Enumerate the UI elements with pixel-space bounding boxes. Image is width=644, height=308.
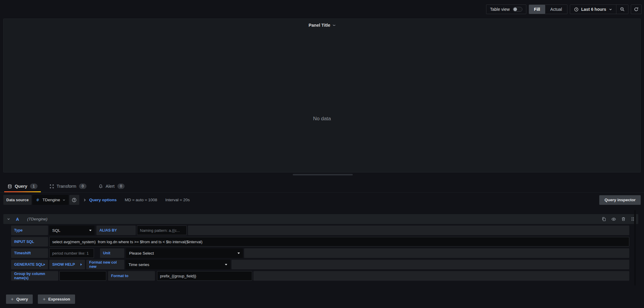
caret-right-icon — [44, 263, 45, 266]
fill-button[interactable]: Fill — [529, 5, 545, 14]
datasource-bar: Data source TDengine Query options MD = … — [3, 195, 641, 205]
plus-icon: + — [11, 297, 14, 302]
panel-header-menu[interactable]: Panel Title — [4, 21, 640, 29]
unit-select[interactable]: Please Select — [126, 248, 243, 258]
editor-toolbar: Table view Fill Actual Last 6 hours — [486, 4, 642, 14]
row-filler — [244, 248, 629, 258]
timeshift-input[interactable] — [49, 248, 94, 258]
group-by-label: Group by column name(s) — [11, 271, 58, 281]
clock-icon — [574, 7, 579, 12]
caret-down-icon — [89, 230, 92, 231]
chevron-down-icon — [62, 199, 65, 202]
add-query-button[interactable]: + Query — [6, 295, 33, 304]
time-zoom-out-button[interactable] — [616, 5, 628, 14]
type-label: Type — [11, 226, 48, 235]
angle-right-icon — [83, 198, 86, 202]
format-to-input[interactable] — [157, 271, 252, 281]
unit-label: Unit — [100, 248, 124, 258]
panel-title: Panel Title — [309, 23, 330, 28]
format-new-col-label: Format new col new — [86, 260, 124, 269]
query-row-actions — [602, 217, 635, 222]
alias-by-input[interactable] — [137, 226, 187, 235]
grafana-panel-editor: Table view Fill Actual Last 6 hours — [0, 0, 644, 308]
toggle-knob — [513, 7, 517, 11]
tdengine-logo-icon — [35, 198, 40, 202]
chevron-down-icon — [609, 8, 612, 11]
add-query-label: Query — [16, 297, 28, 301]
query-section-scrollbar[interactable] — [634, 210, 636, 286]
add-expression-button[interactable]: + Expression — [38, 295, 75, 304]
type-select[interactable]: SQL — [49, 226, 95, 235]
format-select[interactable]: Time series — [125, 260, 230, 269]
row-filler — [253, 271, 629, 281]
actual-button[interactable]: Actual — [545, 5, 567, 14]
delete-query-trash-icon[interactable] — [621, 217, 626, 221]
time-controls: Last 6 hours — [570, 4, 628, 14]
generate-sql-button[interactable]: GENERATE SQL — [11, 260, 48, 269]
query-editor-form: Type SQL ALIAS BY INPUT SQL Timeshift Un… — [11, 226, 629, 281]
tab-alert-count-badge: 0 — [117, 184, 125, 189]
tab-query-count-badge: 1 — [30, 184, 38, 189]
tab-alert-label: Alert — [106, 184, 115, 189]
zoom-out-icon — [620, 7, 625, 12]
group-by-input[interactable] — [59, 271, 106, 281]
refresh-icon — [634, 7, 639, 12]
type-select-value: SQL — [52, 228, 60, 233]
tab-alert[interactable]: Alert 0 — [95, 180, 128, 192]
timeshift-label: Timeshift — [11, 248, 48, 258]
tab-transform-count-badge: 0 — [79, 184, 86, 189]
row-filler — [188, 226, 629, 235]
chevron-down-icon[interactable] — [7, 217, 10, 221]
query-row-header[interactable]: A (TDengine) — [3, 214, 638, 224]
show-help-button[interactable]: SHOW HELP — [49, 260, 85, 269]
query-inspector-button[interactable]: Query inspector — [599, 195, 641, 205]
max-data-points-info: MD = auto = 1008 — [125, 198, 157, 202]
time-range-picker[interactable]: Last 6 hours — [570, 5, 616, 14]
form-row-generate: GENERATE SQL SHOW HELP Format new col ne… — [11, 260, 629, 269]
refresh-group — [631, 4, 642, 14]
duplicate-query-icon[interactable] — [602, 217, 606, 221]
hide-query-eye-icon[interactable] — [611, 217, 616, 222]
caret-right-icon — [80, 263, 82, 266]
format-to-label: Format to — [108, 271, 155, 281]
datasource-name: TDengine — [42, 198, 60, 202]
time-range-label: Last 6 hours — [581, 7, 606, 12]
form-row-group-by: Group by column name(s) Format to — [11, 271, 629, 281]
pane-resize-handle[interactable] — [293, 174, 353, 175]
datasource-help-button[interactable] — [69, 195, 79, 205]
datasource-picker[interactable]: TDengine — [32, 195, 68, 205]
question-circle-icon — [72, 198, 77, 202]
table-view-toggle-group[interactable]: Table view — [486, 4, 526, 14]
transform-icon — [50, 184, 54, 189]
form-row-timeshift: Timeshift Unit Please Select — [11, 248, 629, 258]
plus-icon: + — [43, 297, 45, 302]
alias-by-label: ALIAS BY — [96, 226, 136, 235]
editor-footer: + Query + Expression — [6, 295, 75, 304]
tab-transform-label: Transform — [57, 184, 77, 189]
tab-query[interactable]: Query 1 — [4, 180, 41, 192]
unit-select-value: Please Select — [129, 251, 154, 256]
database-icon — [8, 184, 12, 189]
caret-down-icon — [237, 253, 240, 254]
table-view-switch[interactable] — [513, 7, 522, 12]
generate-sql-label: GENERATE SQL — [14, 262, 44, 267]
editor-tabs: Query 1 Transform 0 Alert 0 — [0, 180, 644, 193]
query-ref-id: A — [16, 217, 19, 222]
row-filler — [231, 260, 629, 269]
table-view-label: Table view — [490, 7, 509, 12]
show-help-label: SHOW HELP — [52, 262, 75, 267]
format-select-value: Time series — [128, 262, 149, 267]
caret-down-icon — [225, 264, 227, 265]
form-row-type: Type SQL ALIAS BY — [11, 226, 629, 235]
query-options-toggle[interactable]: Query options — [89, 198, 117, 202]
fill-actual-group: Fill Actual — [529, 4, 567, 14]
input-sql-field[interactable] — [49, 237, 629, 247]
input-sql-label: INPUT SQL — [11, 237, 48, 247]
form-row-input-sql: INPUT SQL — [11, 237, 629, 247]
tab-transform[interactable]: Transform 0 — [46, 180, 90, 192]
refresh-button[interactable] — [631, 5, 641, 14]
add-expression-label: Expression — [48, 297, 70, 301]
interval-info: Interval = 20s — [165, 198, 190, 202]
no-data-message: No data — [4, 116, 640, 122]
query-datasource-hint: (TDengine) — [27, 217, 47, 221]
